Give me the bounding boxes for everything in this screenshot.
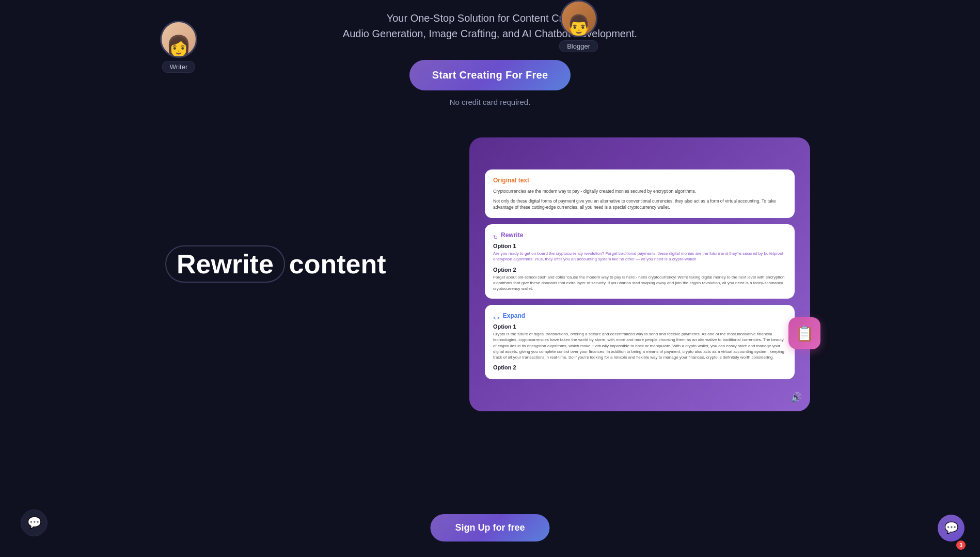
original-body2: Not only do these digital forms of payme… (493, 198, 786, 211)
rewrite-card: ↻ Rewrite Option 1 Are you ready to get … (485, 224, 795, 299)
hero-section: Your One-Stop Solution for Content Creat… (0, 0, 980, 106)
bottom-cta: Sign Up for free (430, 514, 549, 541)
cards-container: Original text Cryptocurrencies are the m… (485, 169, 795, 379)
rewrite-icon: ↻ (493, 234, 498, 241)
feature-heading: Rewrite content (165, 245, 403, 283)
original-body1: Cryptocurrencies are the modern way to p… (493, 188, 786, 195)
feature-heading-rest: content (289, 249, 386, 280)
rewrite-label-row: ↻ Rewrite (493, 231, 786, 243)
original-text-card: Original text Cryptocurrencies are the m… (485, 169, 795, 218)
content-section: Original text Cryptocurrencies are the m… (469, 137, 810, 411)
writer-avatar: 👩 (160, 21, 197, 58)
blogger-figure: 👨 (566, 15, 592, 36)
speaker-icon: 🔊 (791, 392, 802, 403)
writer-figure: 👩 (166, 36, 192, 56)
expand-option1-title: Option 1 (493, 323, 786, 330)
expand-code-icon: <> (493, 315, 500, 321)
notification-badge: 3 (956, 540, 966, 550)
rewrite-option2-text: Forget about old-school cash and coins '… (493, 274, 786, 292)
start-creating-button[interactable]: Start Creating For Free (409, 60, 571, 90)
signup-button[interactable]: Sign Up for free (430, 514, 549, 541)
writer-label: Writer (162, 61, 195, 73)
rewrite-label: Rewrite (501, 231, 523, 239)
floating-clipboard-icon: 📋 (788, 317, 820, 349)
no-credit-card-text: No credit card required. (450, 98, 531, 106)
expand-option2-title: Option 2 (493, 364, 786, 370)
rewrite-option1-title: Option 1 (493, 243, 786, 249)
chat-icon: 💬 (27, 516, 41, 530)
notification-icon: 💬 (944, 521, 958, 535)
rewrite-option2-title: Option 2 (493, 267, 786, 273)
blogger-persona: 👨 Blogger (559, 0, 598, 52)
rewrite-option1-text: Are you ready to get on board the crypto… (493, 251, 786, 262)
feature-heading-highlight: Rewrite (165, 245, 285, 283)
notification-button[interactable]: 💬 (938, 515, 965, 541)
writer-persona: 👩 Writer (160, 21, 197, 73)
expand-label: Expand (503, 312, 525, 319)
expand-option1-text: Crypto is the future of digital transact… (493, 331, 786, 360)
feature-text-area: Rewrite content (165, 245, 403, 283)
original-label: Original text (493, 177, 786, 184)
chat-button[interactable]: 💬 (21, 509, 48, 536)
expand-label-row: <> Expand (493, 312, 786, 323)
blogger-avatar: 👨 (560, 0, 597, 37)
expand-card: <> Expand Option 1 Crypto is the future … (485, 305, 795, 379)
blogger-label: Blogger (559, 40, 598, 52)
